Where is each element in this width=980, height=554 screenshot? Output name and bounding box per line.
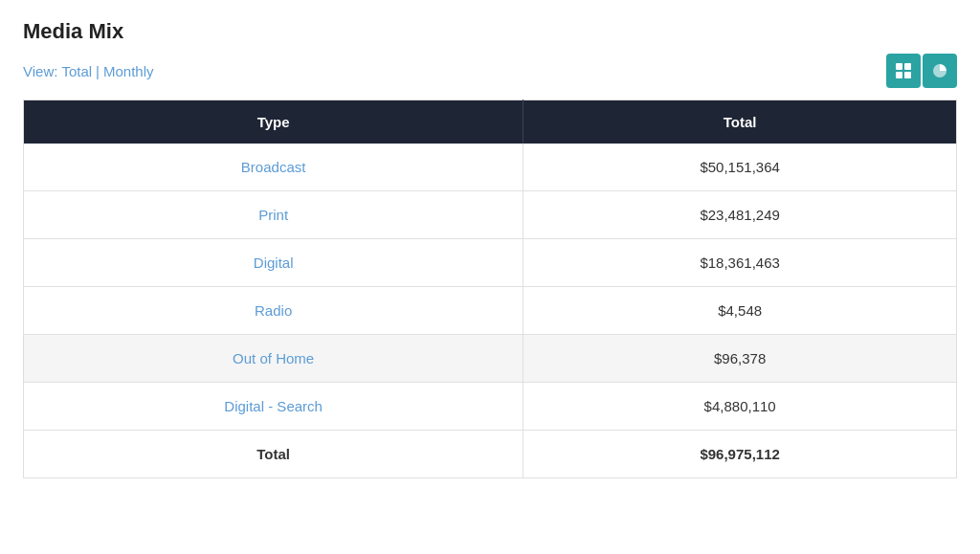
view-total-link[interactable]: Total	[61, 63, 92, 79]
column-total-header: Total	[523, 100, 957, 144]
row-type-cell[interactable]: Broadcast	[24, 144, 523, 191]
row-type-cell[interactable]: Print	[24, 191, 523, 239]
view-monthly-link[interactable]: Monthly	[103, 63, 154, 79]
row-total-cell: $23,481,249	[523, 191, 957, 239]
table-row: Digital$18,361,463	[24, 239, 957, 287]
svg-rect-0	[896, 63, 902, 70]
table-row: Out of Home$96,378	[24, 335, 957, 383]
table-view-button[interactable]	[886, 54, 921, 88]
view-separator: |	[96, 63, 100, 79]
page-title: Media Mix	[23, 19, 957, 44]
row-total-cell: $96,378	[523, 335, 957, 383]
chart-view-button[interactable]	[923, 54, 957, 88]
row-type-cell[interactable]: Radio	[24, 287, 523, 335]
pie-chart-icon	[931, 62, 948, 79]
view-links: View: Total | Monthly	[23, 63, 154, 79]
svg-rect-2	[896, 72, 902, 78]
table-row: Radio$4,548	[24, 287, 957, 335]
table-row: Digital - Search$4,880,110	[24, 383, 957, 431]
view-controls: View: Total | Monthly	[23, 54, 957, 88]
table-row: Broadcast$50,151,364	[24, 144, 957, 191]
row-total-cell: $96,975,112	[523, 431, 957, 478]
row-total-cell: $50,151,364	[523, 144, 957, 191]
svg-rect-1	[904, 63, 911, 70]
row-total-cell: $4,548	[523, 287, 957, 335]
row-total-cell: $18,361,463	[523, 239, 957, 287]
row-type-cell[interactable]: Digital - Search	[24, 383, 523, 431]
table-row: Print$23,481,249	[24, 191, 957, 239]
table-header-row: Type Total	[24, 100, 957, 144]
row-total-cell: $4,880,110	[523, 383, 957, 431]
svg-rect-3	[904, 72, 911, 78]
view-label: View:	[23, 63, 57, 79]
row-type-cell: Total	[24, 431, 523, 478]
table-row: Total$96,975,112	[24, 431, 957, 478]
column-type-header: Type	[24, 100, 523, 144]
icon-buttons	[886, 54, 957, 88]
table-icon	[895, 62, 912, 79]
media-mix-table: Type Total Broadcast$50,151,364Print$23,…	[23, 100, 957, 478]
row-type-cell[interactable]: Out of Home	[24, 335, 523, 383]
row-type-cell[interactable]: Digital	[24, 239, 523, 287]
